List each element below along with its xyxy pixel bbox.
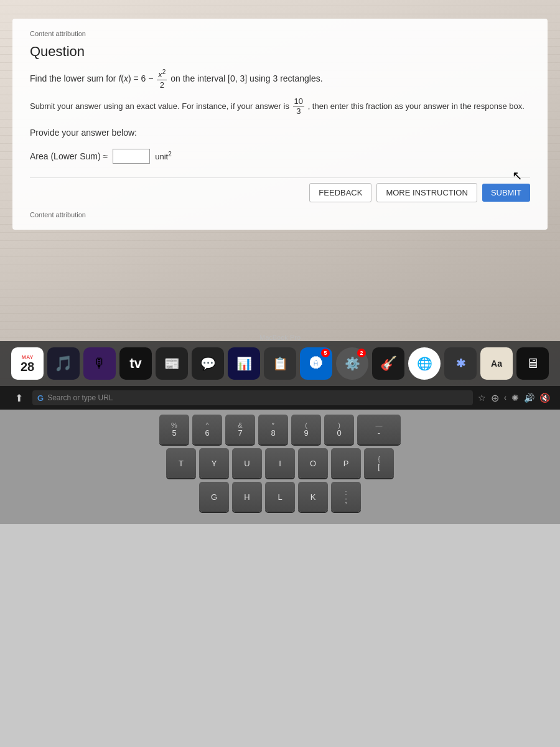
dock-item-chrome[interactable]: 🌐 xyxy=(408,347,441,380)
dock-item-numbers[interactable]: 📊 xyxy=(228,347,260,380)
key-0[interactable]: ) 0 xyxy=(324,415,354,444)
provide-label: Provide your answer below: xyxy=(30,128,530,138)
dock-item-appstore[interactable]: 🅐 5 xyxy=(300,347,332,380)
key-l-slash[interactable]: L xyxy=(265,482,295,512)
dock-item-garageband[interactable]: 🎸 xyxy=(372,347,404,380)
kb-row-tyuiop: T Y U I O P { [ xyxy=(6,448,554,478)
submit-button[interactable]: SUBMIT xyxy=(482,184,530,202)
key-open-brace[interactable]: { [ xyxy=(364,448,394,478)
area-label: Area (Lower Sum) ≈ xyxy=(30,151,108,161)
screen-area: Content attribution Question Find the lo… xyxy=(0,0,560,386)
dock-badge-sysprefs: 2 xyxy=(357,349,366,357)
key-u[interactable]: U xyxy=(232,448,262,478)
tb-mute-icon[interactable]: 🔇 xyxy=(539,393,550,403)
key-8[interactable]: * 8 xyxy=(258,415,288,444)
question-body: Find the lower sum for f(x) = 6 − x2 2 o… xyxy=(30,68,530,90)
tb-bookmark-icon[interactable]: ☆ xyxy=(478,393,486,403)
dock-item-appletv[interactable]: tv xyxy=(119,347,152,380)
answer-row: Area (Lower Sum) ≈ unit2 xyxy=(30,149,530,164)
key-o[interactable]: O xyxy=(298,448,328,478)
tb-back-icon[interactable]: ‹ xyxy=(504,393,506,402)
key-7[interactable]: & 7 xyxy=(225,415,255,444)
tb-google-icon: G xyxy=(37,393,44,403)
action-bar: FEEDBACK MORE INSTRUCTION SUBMIT xyxy=(30,177,530,205)
hint-fraction-num: 10 xyxy=(293,96,304,107)
fraction-denominator: 2 xyxy=(159,80,166,90)
key-5[interactable]: % 5 xyxy=(159,415,189,444)
dock-calendar-day: 28 xyxy=(21,360,34,373)
tb-add-tab-icon[interactable]: ⊕ xyxy=(491,392,499,404)
area-input[interactable] xyxy=(113,149,150,164)
key-g[interactable]: G xyxy=(199,482,229,512)
key-9[interactable]: ( 9 xyxy=(291,415,321,444)
kb-row-ghjkl: G H L K : ; xyxy=(6,482,554,512)
hint-text: Submit your answer using an exact value.… xyxy=(30,96,530,116)
tb-share-icon: ⬆ xyxy=(10,392,27,404)
dock-item-news[interactable]: 📰 xyxy=(156,347,188,380)
feedback-button[interactable]: FEEDBACK xyxy=(309,183,371,202)
hint-suffix: , then enter this fraction as your answe… xyxy=(308,101,525,110)
dock-item-messages[interactable]: 💬 xyxy=(192,347,224,380)
tb-settings-icon[interactable]: ✺ xyxy=(511,393,519,403)
dock-item-music[interactable]: 🎵 xyxy=(47,347,80,380)
dock-item-bluetooth[interactable]: ✱ xyxy=(444,347,477,380)
key-i[interactable]: I xyxy=(265,448,295,478)
kb-row-numbers: % 5 ^ 6 & 7 * 8 ( 9 ) 0 — - xyxy=(6,415,554,444)
more-instruction-button[interactable]: MORE INSTRUCTION xyxy=(376,183,477,202)
key-6[interactable]: ^ 6 xyxy=(192,415,222,444)
question-text: Find the lower sum for f(x) = 6 − xyxy=(30,73,156,83)
area-unit: unit2 xyxy=(155,151,172,161)
macbook-label: MacBook Pro xyxy=(259,334,301,341)
dock-item-fontbook[interactable]: Aa xyxy=(480,347,513,380)
hint-fraction-den: 3 xyxy=(295,106,302,116)
tb-search-bar[interactable]: G Search or type URL xyxy=(32,390,473,405)
fraction-numerator: x2 xyxy=(157,68,167,80)
dock-item-notes[interactable]: 📋 xyxy=(264,347,296,380)
content-card: Content attribution Question Find the lo… xyxy=(12,19,548,230)
dock-item-podcasts[interactable]: 🎙 xyxy=(83,347,116,380)
tb-search-text: Search or type URL xyxy=(47,393,113,402)
touchbar: ⬆ G Search or type URL ☆ ⊕ ‹ ✺ 🔊 🔇 xyxy=(0,386,560,410)
content-attr-top: Content attribution xyxy=(30,30,530,37)
key-k[interactable]: K xyxy=(298,482,328,512)
key-y[interactable]: Y xyxy=(199,448,229,478)
dock-item-calendar[interactable]: MAY 28 xyxy=(11,347,44,380)
hint-prefix: Submit your answer using an exact value.… xyxy=(30,101,292,110)
dock-item-sysprefs[interactable]: ⚙️ 2 xyxy=(336,347,368,380)
main-fraction: x2 2 xyxy=(157,68,167,90)
dock: MAY 28 🎵 🎙 tv 📰 💬 📊 📋 🅐 5 ⚙️ 2 🎸 🌐 ✱ Aa … xyxy=(0,341,560,386)
question-text-2: on the interval [0, 3] using 3 rectangle… xyxy=(170,73,322,83)
question-title: Question xyxy=(30,44,530,60)
content-attr-bottom: Content attribution xyxy=(30,211,530,218)
key-t[interactable]: T xyxy=(166,448,196,478)
key-p[interactable]: P xyxy=(331,448,361,478)
keyboard: % 5 ^ 6 & 7 * 8 ( 9 ) 0 — - T xyxy=(0,410,560,524)
dock-item-screen[interactable]: 🖥 xyxy=(516,347,549,380)
dock-badge-appstore: 5 xyxy=(321,349,330,357)
key-h[interactable]: H xyxy=(232,482,262,512)
hint-fraction: 10 3 xyxy=(293,96,304,116)
key-semicolon[interactable]: : ; xyxy=(331,482,361,512)
key-minus[interactable]: — - xyxy=(357,415,401,444)
tb-volume-icon[interactable]: 🔊 xyxy=(524,393,534,403)
